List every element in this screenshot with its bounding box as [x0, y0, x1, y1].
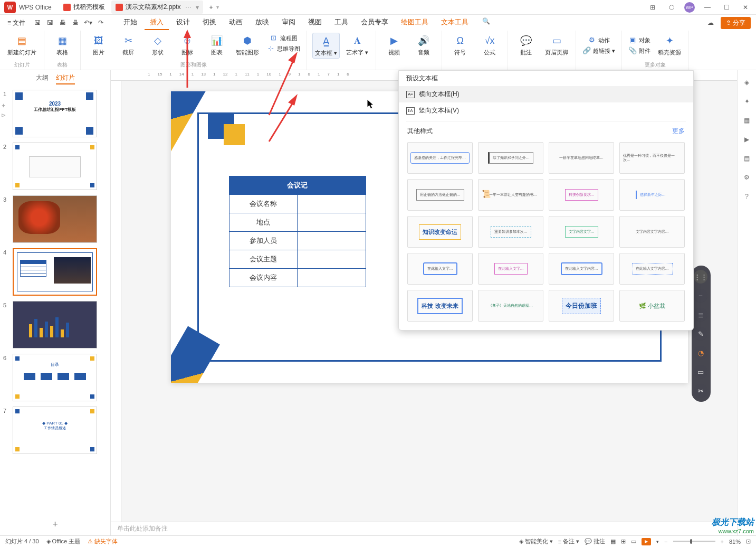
- rp-sparkle-icon[interactable]: ✦: [741, 96, 753, 107]
- fit-to-window[interactable]: ⊡: [746, 538, 751, 545]
- screenshot-button[interactable]: ✂截屏: [116, 33, 141, 58]
- video-button[interactable]: ▶视频: [381, 33, 407, 58]
- close-button[interactable]: ✕: [739, 1, 752, 14]
- zoom-in[interactable]: +: [721, 539, 724, 545]
- view-normal-icon[interactable]: ▦: [610, 538, 616, 545]
- vertical-textbox-item[interactable]: ⫿A 竖向文本框(V): [399, 102, 693, 119]
- save-icon[interactable]: 🖫: [32, 17, 43, 29]
- tab-template-store[interactable]: 找稻壳模板: [59, 1, 109, 14]
- zoom-out[interactable]: −: [664, 539, 667, 545]
- slides-tab[interactable]: 幻灯片: [56, 73, 75, 84]
- attachment-button[interactable]: 📎附件: [627, 45, 652, 55]
- save-as-icon[interactable]: 🖫: [44, 17, 56, 29]
- view-sorter-icon[interactable]: ⊞: [621, 538, 626, 545]
- textbox-style-8[interactable]: 选择新年之际…: [619, 179, 685, 211]
- tab-menu-icon[interactable]: ⋯: [185, 4, 192, 11]
- redo-icon[interactable]: ↷: [95, 17, 107, 29]
- zoom-level[interactable]: 81%: [729, 539, 741, 545]
- vertical-ruler[interactable]: [111, 81, 121, 522]
- tab-view[interactable]: 视图: [303, 15, 327, 30]
- user-avatar[interactable]: WP: [684, 2, 695, 13]
- rp-help-icon[interactable]: ?: [741, 191, 753, 202]
- add-slide-button[interactable]: +: [0, 514, 110, 535]
- float-drag-handle[interactable]: ⋮⋮: [694, 270, 707, 284]
- new-slide-button[interactable]: ▤ 新建幻灯片: [5, 33, 39, 58]
- textbox-style-9[interactable]: 知识改变命运: [407, 216, 473, 248]
- chart-button[interactable]: 📊图表: [204, 33, 229, 58]
- search-icon[interactable]: 🔍: [480, 15, 492, 27]
- slide-thumb-2[interactable]: [13, 143, 97, 190]
- icon-button[interactable]: ☺图标: [175, 33, 200, 58]
- print-icon[interactable]: 🖶: [57, 17, 69, 29]
- table-button[interactable]: ▦表格: [50, 33, 75, 58]
- tab-document[interactable]: 演示文稿素材2.pptx ⋯ ▾: [111, 1, 203, 14]
- textbox-style-7[interactable]: 科技创新要求…: [549, 179, 614, 211]
- new-tab-button[interactable]: + ▾: [205, 1, 223, 14]
- float-format-button[interactable]: ◔: [694, 346, 707, 360]
- textbox-style-3[interactable]: 一群羊在草地悠闲地吃草…: [549, 142, 614, 174]
- rp-template-icon[interactable]: ▦: [741, 115, 753, 126]
- slide-thumb-1[interactable]: 2023 工作总结汇报PPT模板: [13, 90, 97, 137]
- textbox-style-18[interactable]: 《孝子》天地自然的赐福…: [478, 290, 543, 322]
- float-tools-button[interactable]: ✂: [694, 384, 707, 398]
- formula-button[interactable]: √x公式: [477, 33, 502, 58]
- tab-transition[interactable]: 切换: [197, 15, 222, 30]
- tab-member[interactable]: 会员专享: [356, 15, 394, 30]
- share-button[interactable]: ⇪ 分享: [721, 17, 751, 29]
- tab-start[interactable]: 开始: [118, 15, 142, 30]
- tab-animation[interactable]: 动画: [224, 15, 248, 30]
- theme-indicator[interactable]: ◈ Office 主题: [46, 537, 81, 545]
- rp-doc-icon[interactable]: ▤: [741, 153, 753, 164]
- file-menu[interactable]: ≡ 文件: [5, 17, 27, 29]
- tab-text-tools[interactable]: 文本工具: [436, 15, 474, 30]
- meeting-table[interactable]: 会议记 会议名称 地点 参加人员 会议主题 会议内容: [229, 176, 366, 287]
- textbox-style-5[interactable]: 用正确的方法做正确的…: [407, 179, 473, 211]
- horizontal-textbox-item[interactable]: A≡ 横向文本框(H): [399, 86, 693, 102]
- shape-button[interactable]: ◇形状: [145, 33, 170, 58]
- textbox-style-20[interactable]: 🌿 小盆栽: [619, 290, 685, 322]
- tab-show[interactable]: 放映: [250, 15, 274, 30]
- more-styles-link[interactable]: 更多: [672, 127, 685, 136]
- float-eyedropper-button[interactable]: ✎: [694, 327, 707, 341]
- comment-button[interactable]: 💬批注: [513, 33, 539, 58]
- rp-diamond-icon[interactable]: ◈: [741, 77, 753, 88]
- slide-thumb-4[interactable]: [13, 248, 97, 296]
- outline-tab[interactable]: 大纲: [36, 73, 49, 84]
- textbox-style-4[interactable]: 优秀是一种习惯，而不仅仅是一次…: [619, 142, 685, 174]
- textbox-style-6[interactable]: 📜一年一本部让人变有趣的书…: [478, 179, 543, 211]
- print-preview-icon[interactable]: 🖶: [70, 17, 81, 29]
- slide-thumb-3[interactable]: [13, 195, 97, 243]
- smartart-button[interactable]: ⬢智能图形: [234, 33, 261, 58]
- slide-thumb-7[interactable]: ◆ PART 01 ◆ 工作情况概述: [13, 407, 97, 454]
- textbox-style-1[interactable]: 感谢您的关注，工作汇报完毕…: [407, 142, 473, 174]
- textbox-style-13[interactable]: 在此输入文字…: [407, 253, 473, 285]
- textbox-style-2[interactable]: 除了知识和学问之外…: [478, 142, 543, 174]
- tab-design[interactable]: 设计: [171, 15, 195, 30]
- tab-tools[interactable]: 工具: [329, 15, 353, 30]
- minimize-button[interactable]: —: [701, 1, 714, 14]
- tab-draw-tools[interactable]: 绘图工具: [396, 15, 434, 30]
- textbox-style-12[interactable]: 文字内容文字内容…: [619, 216, 685, 248]
- rp-settings-icon[interactable]: ⚙: [741, 172, 753, 183]
- cloud-icon[interactable]: ☁: [705, 17, 716, 29]
- undo-icon[interactable]: ↶▾: [82, 17, 94, 29]
- textbox-style-14[interactable]: 在此输入文字…: [478, 253, 543, 285]
- mindmap-button[interactable]: ⊹思维导图: [265, 43, 301, 53]
- maximize-button[interactable]: ☐: [720, 1, 733, 14]
- wordart-button[interactable]: 𝐀艺术字 ▾: [344, 33, 370, 58]
- slide-thumb-5[interactable]: [13, 301, 97, 348]
- textbox-style-11[interactable]: 文字内容文字…: [549, 216, 614, 248]
- tab-insert[interactable]: 插入: [145, 15, 169, 30]
- object-button[interactable]: ▣对象: [627, 35, 652, 45]
- hyperlink-button[interactable]: 🔗超链接 ▾: [581, 45, 616, 55]
- notes-input[interactable]: 单击此处添加备注: [111, 522, 737, 535]
- rp-transition-icon[interactable]: ▶: [741, 134, 753, 145]
- textbox-style-10[interactable]: 重要知识参加本次…: [478, 216, 543, 248]
- slideshow-button[interactable]: ▶: [642, 538, 651, 545]
- resource-button[interactable]: ✦稻壳资源: [656, 33, 683, 58]
- tab-close-icon[interactable]: ▾: [196, 4, 199, 11]
- header-footer-button[interactable]: ▭页眉页脚: [543, 33, 570, 58]
- action-button[interactable]: ⚙动作: [581, 35, 616, 45]
- textbox-style-19[interactable]: 今日份加班: [549, 290, 614, 322]
- textbox-style-15[interactable]: 在此输入文字内容…: [549, 253, 614, 285]
